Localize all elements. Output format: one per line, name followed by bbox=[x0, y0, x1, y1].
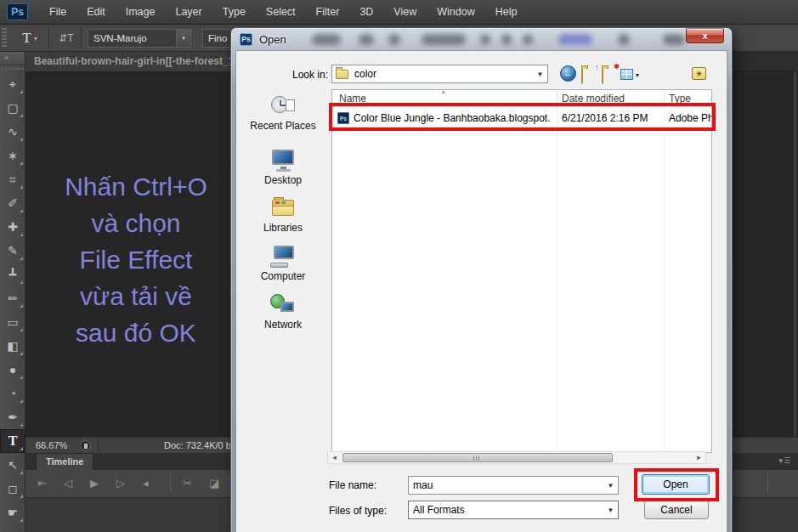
menu-type[interactable]: Type bbox=[212, 0, 256, 25]
blur-tool[interactable]: ● bbox=[0, 358, 25, 382]
chevron-down-icon: ▼ bbox=[603, 507, 618, 514]
scrollbar-thumb[interactable] bbox=[342, 453, 613, 462]
page-preview-icon[interactable] bbox=[80, 440, 91, 451]
menu-3d[interactable]: 3D bbox=[349, 0, 383, 25]
menu-filter[interactable]: Filter bbox=[306, 0, 350, 25]
sidebar-item-recent-places[interactable]: Recent Places bbox=[236, 93, 330, 132]
eyedropper-tool[interactable]: ✐ bbox=[0, 191, 25, 215]
scroll-left-icon[interactable]: ◂ bbox=[329, 453, 340, 462]
magic-wand-tool[interactable]: ∗ bbox=[0, 144, 25, 167]
sidebar-item-desktop[interactable]: Desktop bbox=[236, 148, 330, 186]
menu-layer[interactable]: Layer bbox=[165, 0, 212, 25]
path-selection-tool-icon: ↖ bbox=[8, 458, 18, 472]
options-bar-grip[interactable] bbox=[2, 28, 7, 48]
marquee-tool[interactable]: ▢ bbox=[0, 96, 25, 120]
font-family-select[interactable]: SVN-Marujo ▾ bbox=[88, 29, 191, 48]
menu-image[interactable]: Image bbox=[116, 0, 166, 25]
healing-brush-tool[interactable]: ✚ bbox=[0, 215, 25, 239]
chevron-down-icon: ▼ bbox=[533, 71, 547, 78]
menu-edit[interactable]: Edit bbox=[76, 0, 116, 25]
dialog-title: Open bbox=[259, 33, 286, 46]
brush-tool-icon: ✎ bbox=[8, 244, 18, 258]
libraries-icon bbox=[269, 195, 297, 221]
file-name-label: File name: bbox=[329, 479, 376, 491]
zoom-level[interactable]: 66.67% bbox=[36, 440, 67, 450]
tools-panel: » ⌖ ▢ ∿ ∗ ⌗ ✐ ✚ ✎ ┻ ✏ ▭ ◧ ● ◔ ✒ T ↖ ◻ ☛ … bbox=[0, 52, 25, 532]
files-of-type-value: All Formats bbox=[409, 504, 603, 516]
brush-tool[interactable]: ✎ bbox=[0, 239, 25, 263]
menu-file[interactable]: File bbox=[39, 0, 76, 25]
split-clip-icon[interactable]: ✂ bbox=[183, 477, 192, 490]
sidebar-item-computer[interactable]: Computer bbox=[236, 244, 330, 282]
dodge-tool[interactable]: ◔ bbox=[0, 382, 25, 405]
files-of-type-select[interactable]: All Formats ▼ bbox=[408, 501, 619, 519]
menu-help[interactable]: Help bbox=[485, 0, 528, 25]
eraser-tool[interactable]: ▭ bbox=[0, 310, 25, 334]
type-tool[interactable]: T bbox=[0, 429, 25, 453]
font-family-value: SVN-Marujo bbox=[88, 33, 176, 43]
sidebar-item-network[interactable]: Network bbox=[236, 292, 330, 331]
move-tool[interactable]: ⌖ bbox=[0, 72, 25, 96]
crop-tool[interactable]: ⌗ bbox=[0, 167, 25, 191]
place-label: Network bbox=[236, 319, 330, 331]
file-name-input[interactable]: mau ▼ bbox=[408, 476, 619, 495]
lasso-tool[interactable]: ∿ bbox=[0, 120, 25, 144]
menu-window[interactable]: Window bbox=[427, 0, 484, 25]
document-tab[interactable]: Beautiful-brown-hair-girl-in[[-the-fores… bbox=[25, 52, 248, 71]
options-separator bbox=[48, 28, 49, 48]
panel-menu-icon[interactable]: ▾☰ bbox=[778, 456, 791, 465]
scroll-right-icon[interactable]: ▸ bbox=[693, 453, 705, 462]
back-icon[interactable]: ← bbox=[560, 65, 576, 82]
sidebar-item-libraries[interactable]: Libraries bbox=[236, 195, 330, 234]
transition-icon[interactable]: ◪ bbox=[209, 477, 219, 490]
zoom-tool-icon: ⌕ bbox=[9, 529, 16, 532]
tab-timeline[interactable]: Timeline bbox=[36, 453, 93, 470]
magic-wand-tool-icon: ∗ bbox=[8, 149, 18, 162]
history-brush-tool[interactable]: ✏ bbox=[0, 286, 25, 310]
close-icon[interactable]: x bbox=[686, 28, 724, 43]
view-menu-icon[interactable] bbox=[620, 69, 633, 80]
annotation-line: và chọn bbox=[27, 205, 245, 241]
path-selection-tool[interactable]: ↖ bbox=[0, 453, 25, 477]
look-in-select[interactable]: color ▼ bbox=[331, 65, 548, 83]
text-orientation-icon[interactable]: ⇵T bbox=[54, 28, 78, 48]
clone-stamp-tool[interactable]: ┻ bbox=[0, 263, 25, 286]
adobe-bridge-icon[interactable]: ✳ bbox=[692, 67, 706, 80]
next-frame-icon[interactable]: ▷ bbox=[116, 477, 125, 490]
look-in-value: color bbox=[348, 68, 533, 80]
open-dialog: Ps Open x Look in: color ▼ ← ↑ ✱ ▾ ✳ bbox=[230, 27, 733, 532]
horizontal-scrollbar[interactable]: ◂ ▸ bbox=[327, 451, 706, 464]
menu-select[interactable]: Select bbox=[256, 0, 306, 25]
timeline-separator bbox=[767, 473, 768, 494]
gradient-tool[interactable]: ◧ bbox=[0, 334, 25, 358]
cancel-button[interactable]: Cancel bbox=[644, 501, 709, 519]
new-folder-icon[interactable]: ✱ bbox=[602, 69, 616, 80]
history-brush-tool-icon: ✏ bbox=[8, 291, 18, 305]
play-icon[interactable]: ▶ bbox=[90, 477, 99, 490]
first-frame-icon[interactable]: ⇤ bbox=[37, 477, 47, 490]
type-tool-icon: T bbox=[22, 30, 31, 47]
timeline-separator bbox=[170, 473, 171, 494]
up-one-level-icon[interactable]: ↑ bbox=[581, 69, 596, 80]
sort-ascending-icon: ▲ bbox=[440, 88, 446, 94]
eyedropper-tool-icon: ✐ bbox=[8, 196, 18, 210]
status-separator bbox=[98, 439, 99, 452]
audio-icon[interactable]: ◂ bbox=[143, 477, 149, 490]
menu-bar: Ps File Edit Image Layer Type Select Fil… bbox=[0, 0, 798, 25]
menu-view[interactable]: View bbox=[383, 0, 427, 25]
previous-frame-icon[interactable]: ◁ bbox=[64, 477, 72, 490]
dialog-title-bar[interactable]: Ps Open bbox=[231, 28, 732, 50]
lasso-tool-icon: ∿ bbox=[8, 125, 18, 139]
zoom-tool[interactable]: ⌕ bbox=[0, 524, 25, 532]
hand-tool[interactable]: ☛ bbox=[0, 501, 25, 524]
type-tool-icon: T bbox=[8, 433, 18, 449]
annotation-highlight-file-row bbox=[329, 103, 716, 131]
up-arrow-icon: ↑ bbox=[595, 63, 599, 72]
gradient-tool-icon: ◧ bbox=[7, 339, 18, 353]
eraser-tool-icon: ▭ bbox=[7, 315, 18, 329]
chevron-down-icon[interactable]: ▾ bbox=[636, 71, 639, 79]
type-tool-preset-button[interactable]: T ▾ bbox=[17, 28, 42, 48]
pen-tool[interactable]: ✒ bbox=[0, 405, 25, 429]
collapse-panel-icon[interactable]: » bbox=[0, 52, 25, 65]
shape-tool[interactable]: ◻ bbox=[0, 477, 25, 501]
